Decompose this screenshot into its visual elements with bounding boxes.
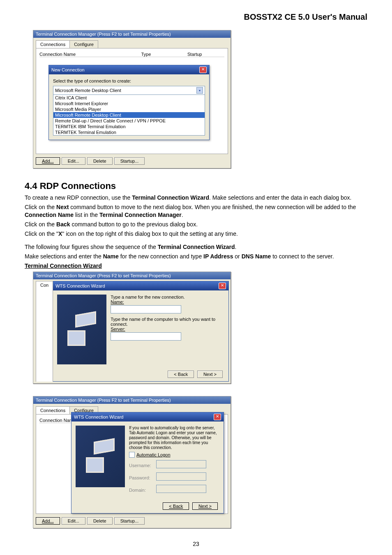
dropdown-selected: Microsoft Remote Desktop Client [55, 88, 121, 93]
domain-input [156, 485, 206, 493]
next-button[interactable]: Next > [197, 371, 223, 378]
page-number: 23 [25, 541, 367, 547]
list-item[interactable]: TERMTEK IBM Terminal Emulation [53, 124, 205, 129]
server-input[interactable] [111, 332, 181, 341]
wizard-image [57, 295, 106, 364]
back-button[interactable]: < Back [163, 502, 189, 510]
close-icon[interactable]: ✕ [214, 414, 221, 420]
prompt-server: Type the name of the computer to which y… [111, 317, 224, 327]
screenshot-wizard-logon: Terminal Connection Manager (Press F2 to… [33, 396, 231, 528]
list-item-selected[interactable]: Microsoft Remote Desktop Client [53, 112, 205, 118]
add-button[interactable]: Add... [36, 157, 60, 165]
connection-type-dropdown[interactable]: Microsoft Remote Desktop Client ▾ [53, 86, 205, 95]
window-title: Terminal Connection Manager (Press F2 to… [36, 398, 171, 403]
prompt-name: Type a name for the new connection. [111, 295, 224, 299]
back-button[interactable]: < Back [168, 371, 194, 378]
screenshot-wizard-name: Terminal Connection Manager (Press F2 to… [33, 272, 231, 384]
window-title: Terminal Connection Manager (Press F2 to… [36, 273, 171, 278]
label-name: Name: [111, 299, 224, 304]
window-titlebar: Terminal Connection Manager (Press F2 to… [33, 272, 231, 279]
tab-connections-partial[interactable]: Con [36, 281, 53, 382]
paragraph: The following four figures show the sequ… [25, 243, 367, 251]
col-connection-name: Connection Name [39, 52, 141, 57]
name-input[interactable] [111, 305, 181, 313]
list-item[interactable]: Remote Dial-up / Direct Cable Connect / … [53, 118, 205, 124]
wizard-body-text: If you want to automatically log onto th… [129, 426, 219, 450]
startup-button[interactable]: Startup... [114, 517, 145, 525]
dialog-title: New Connection [51, 67, 85, 72]
automatic-logon-checkbox[interactable] [129, 452, 135, 458]
label-domain: Domain: [129, 488, 154, 493]
tab-configure[interactable]: Configure [69, 40, 98, 48]
add-button[interactable]: Add... [36, 517, 60, 525]
list-header: Connection Name Type Startup [39, 52, 224, 57]
wizard-image [76, 426, 125, 487]
col-prefix: Connection Nar [39, 418, 71, 423]
startup-button[interactable]: Startup... [114, 157, 145, 165]
tab-connections[interactable]: Connections [36, 406, 70, 414]
paragraph: Click on the Next command button to move… [25, 203, 367, 219]
next-button[interactable]: Next > [192, 502, 218, 510]
list-item[interactable]: Microsoft Internet Explorer [53, 101, 205, 106]
window-titlebar: Terminal Connection Manager (Press F2 to… [33, 396, 231, 404]
wts-wizard-dialog: WTS Connection Wizard ✕ If you want to a… [71, 412, 224, 514]
chevron-down-icon[interactable]: ▾ [196, 87, 203, 94]
delete-button[interactable]: Delete [87, 157, 113, 165]
label-username: Username: [129, 463, 154, 468]
col-type: Type [141, 52, 188, 57]
col-startup: Startup [187, 52, 224, 57]
screenshot-new-connection: Terminal Connection Manager (Press F2 to… [33, 30, 231, 168]
edit-button[interactable]: Edit... [62, 157, 85, 165]
edit-button[interactable]: Edit... [62, 517, 85, 525]
automatic-logon-label: Automatic Logon [136, 452, 171, 457]
list-item[interactable]: Microsoft Media Player [53, 106, 205, 112]
section-heading: 4.4 RDP Connections [25, 181, 367, 191]
list-item[interactable]: Citrix ICA Client [53, 95, 205, 101]
paragraph: To create a new RDP connection, use the … [25, 194, 367, 202]
close-icon[interactable]: ✕ [199, 67, 207, 73]
computers-icon [67, 313, 96, 346]
wizard-title: WTS Connection Wizard [74, 415, 123, 419]
delete-button[interactable]: Delete [87, 517, 113, 525]
username-input [156, 460, 206, 468]
list-item[interactable]: TERMTEK Terminal Emulation [53, 129, 205, 135]
wizard-title: WTS Connection Wizard [55, 283, 105, 288]
label-password: Password: [129, 475, 154, 480]
paragraph: Click on the "X" icon on the top right o… [25, 230, 367, 238]
wizard-caption: Terminal Connection Wizard [25, 262, 367, 270]
label-server: Server: [111, 327, 224, 332]
paragraph: Make selections and enter the Name for t… [25, 253, 367, 260]
new-connection-dialog: New Connection ✕ Select the type of conn… [48, 65, 210, 140]
connection-type-listbox[interactable]: Citrix ICA Client Microsoft Internet Exp… [53, 94, 205, 136]
tab-connections[interactable]: Connections [36, 40, 70, 48]
computers-icon [86, 440, 115, 473]
paragraph: Click on the Back command button to go t… [25, 221, 367, 228]
window-titlebar: Terminal Connection Manager (Press F2 to… [33, 30, 231, 38]
password-input [156, 472, 206, 481]
window-title: Terminal Connection Manager (Press F2 to… [36, 32, 171, 37]
close-icon[interactable]: ✕ [219, 283, 226, 289]
doc-title: BOSSTX2 CE 5.0 User's Manual [25, 12, 367, 22]
dialog-prompt: Select the type of connection to create: [53, 78, 205, 83]
